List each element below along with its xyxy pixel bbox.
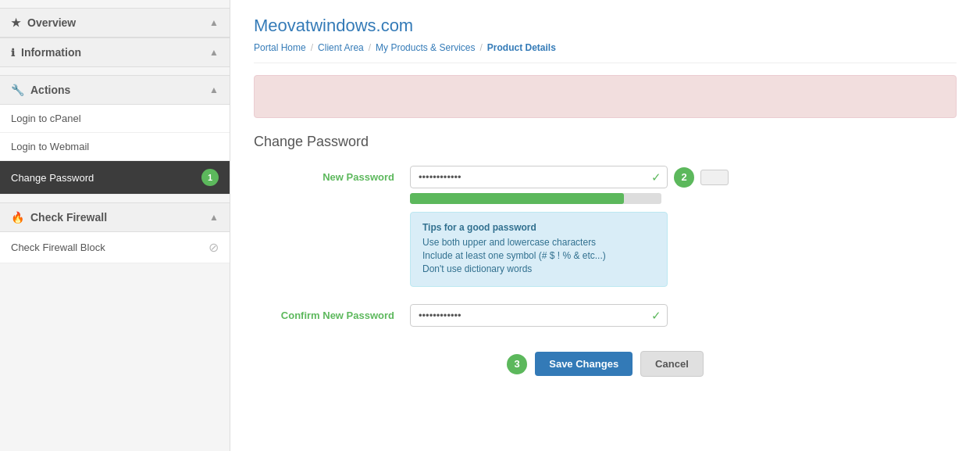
strength-bar-fill [410,193,624,204]
wrench-icon: 🔧 [11,84,24,96]
sidebar-actions-header[interactable]: 🔧 Actions ▲ [0,75,230,105]
info-icon: ℹ [11,47,15,59]
breadcrumb-sep-1: / [311,42,313,53]
block-icon: ⊘ [208,240,219,255]
strength-bar-container [410,193,668,204]
change-password-title: Change Password [254,134,957,150]
breadcrumb: Portal Home / Client Area / My Products … [254,42,957,63]
breadcrumb-client-area[interactable]: Client Area [318,42,364,53]
chevron-up-icon-info: ▲ [209,47,219,58]
alert-banner [254,75,957,118]
confirm-password-input-wrapper: ✓ [410,304,668,327]
tip-2: Include at least one symbol (# $ ! % & e… [422,250,655,261]
sidebar-item-check-firewall-block[interactable]: Check Firewall Block ⊘ [0,232,230,263]
sidebar-overview-header[interactable]: ★ Overview ▲ [0,8,230,38]
new-password-check-icon: ✓ [651,170,661,184]
badge-3: 3 [507,354,527,374]
sidebar-item-login-webmail[interactable]: Login to Webmail [0,133,230,161]
confirm-password-group: Confirm New Password ✓ [254,304,957,331]
breadcrumb-products-services[interactable]: My Products & Services [376,42,475,53]
strength-bar-background [410,193,661,204]
tips-title: Tips for a good password [422,222,655,233]
confirm-password-controls: ✓ [410,304,957,331]
form-actions: 3 Save Changes Cancel [254,351,957,377]
new-password-controls: ✓ 2 Tips for a good password Use both up… [410,166,957,292]
breadcrumb-product-details: Product Details [487,42,556,53]
star-icon: ★ [11,16,21,29]
sidebar-firewall-header[interactable]: 🔥 Check Firewall ▲ [0,202,230,232]
tip-3: Don't use dictionary words [422,263,655,274]
change-password-badge: 1 [201,169,219,186]
sidebar-item-login-cpanel[interactable]: Login to cPanel [0,105,230,133]
site-title: Meovatwindows.com [254,16,957,36]
chevron-up-icon-actions: ▲ [209,84,219,95]
sidebar-information-header[interactable]: ℹ Information ▲ [0,38,230,67]
tip-1: Use both upper and lowercase characters [422,237,655,248]
chevron-up-icon-firewall: ▲ [209,212,219,223]
save-changes-button[interactable]: Save Changes [535,352,633,376]
information-section-title: ℹ Information [11,46,81,59]
sidebar: ★ Overview ▲ ℹ Information ▲ 🔧 Actions ▲… [0,0,230,451]
chevron-up-icon: ▲ [209,17,219,28]
tips-box: Tips for a good password Use both upper … [410,212,668,287]
new-password-group: New Password ✓ 2 [254,166,957,292]
confirm-password-input[interactable] [410,304,668,327]
password-toggle[interactable] [700,170,729,185]
new-password-input-wrapper: ✓ [410,166,668,188]
main-content: Meovatwindows.com Portal Home / Client A… [230,0,980,451]
overview-title: ★ Overview [11,16,76,29]
badge-2: 2 [674,167,694,188]
cancel-button[interactable]: Cancel [640,351,704,377]
breadcrumb-sep-2: / [369,42,371,53]
confirm-password-label: Confirm New Password [254,304,410,321]
firewall-icon: 🔥 [11,211,24,224]
sidebar-item-change-password[interactable]: Change Password 1 [0,161,230,195]
actions-section-title: 🔧 Actions [11,84,70,96]
new-password-label: New Password [254,166,410,183]
breadcrumb-portal-home[interactable]: Portal Home [254,42,306,53]
breadcrumb-sep-3: / [479,42,482,53]
confirm-password-check-icon: ✓ [651,309,661,323]
new-password-input[interactable] [410,166,668,188]
firewall-section-title: 🔥 Check Firewall [11,211,107,224]
